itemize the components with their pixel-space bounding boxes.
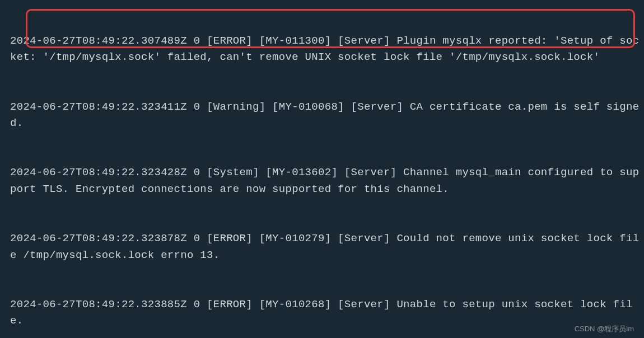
log-line: 2024-06-27T08:49:22.307489Z 0 [ERROR] [M… bbox=[10, 33, 640, 66]
log-line: 2024-06-27T08:49:22.323885Z 0 [ERROR] [M… bbox=[10, 297, 640, 330]
watermark-text: CSDN @程序员lm bbox=[575, 323, 634, 335]
log-line: 2024-06-27T08:49:22.323411Z 0 [Warning] … bbox=[10, 99, 640, 132]
log-line: 2024-06-27T08:49:22.323428Z 0 [System] [… bbox=[10, 165, 640, 198]
log-line: 2024-06-27T08:49:22.323878Z 0 [ERROR] [M… bbox=[10, 231, 640, 264]
terminal-output[interactable]: 2024-06-27T08:49:22.307489Z 0 [ERROR] [M… bbox=[0, 0, 644, 338]
